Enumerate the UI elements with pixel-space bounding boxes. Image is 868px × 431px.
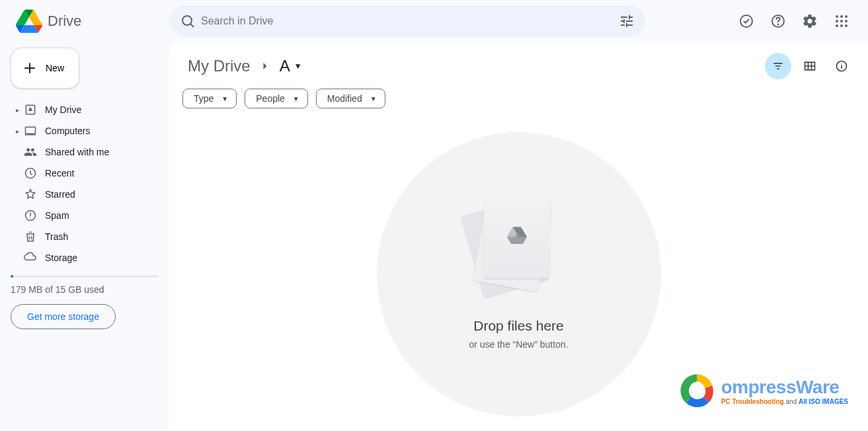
- info-button[interactable]: [828, 53, 855, 79]
- watermark-tagline: PC Troubleshooting and All ISO IMAGES: [721, 398, 848, 405]
- nav-spam[interactable]: Spam: [11, 205, 159, 226]
- drive-logo-icon: [16, 8, 42, 34]
- empty-subtitle: or use the “New” button.: [469, 339, 568, 350]
- svg-point-21: [841, 63, 842, 64]
- recent-icon: [24, 167, 37, 180]
- drive-grey-icon: [505, 224, 529, 248]
- settings-icon[interactable]: [797, 8, 823, 34]
- nav-label: Trash: [45, 231, 68, 242]
- nav-label: Starred: [45, 189, 75, 200]
- grid-view-button[interactable]: [797, 53, 823, 79]
- dropdown-icon: ▼: [370, 95, 377, 102]
- expand-icon[interactable]: ▸: [13, 128, 21, 135]
- empty-title: Drop files here: [473, 318, 564, 334]
- expand-icon[interactable]: ▸: [13, 106, 21, 114]
- nav-my-drive[interactable]: ▸ My Drive: [11, 99, 159, 120]
- empty-illustration: [476, 199, 562, 298]
- nav-label: Recent: [45, 168, 74, 178]
- new-button[interactable]: New: [11, 48, 79, 89]
- svg-point-4: [778, 24, 779, 25]
- nav-label: My Drive: [45, 104, 81, 115]
- svg-point-8: [836, 20, 838, 22]
- nav-shared[interactable]: Shared with me: [11, 141, 159, 163]
- search-bar[interactable]: [169, 5, 645, 37]
- my-drive-icon: [24, 103, 37, 116]
- watermark: ompressWare PC Troubleshooting and All I…: [676, 370, 848, 411]
- support-icon[interactable]: [765, 8, 791, 34]
- chevron-right-icon: [256, 59, 274, 73]
- storage-icon: [24, 251, 37, 264]
- filter-type-chip[interactable]: Type▼: [182, 89, 237, 108]
- svg-point-0: [182, 16, 192, 25]
- svg-point-18: [30, 217, 30, 218]
- nav-trash[interactable]: Trash: [11, 226, 159, 247]
- starred-icon: [24, 188, 37, 201]
- watermark-brand: ompressWare: [721, 377, 848, 398]
- filter-modified-chip[interactable]: Modified▼: [316, 89, 385, 108]
- nav-label: Shared with me: [45, 147, 109, 157]
- search-options-icon[interactable]: [613, 8, 640, 34]
- nav-recent[interactable]: Recent: [11, 163, 159, 184]
- trash-icon: [24, 230, 37, 243]
- spam-icon: [24, 209, 37, 222]
- svg-point-12: [840, 24, 843, 27]
- svg-point-10: [845, 20, 848, 22]
- storage-bar-fill: [11, 275, 13, 278]
- svg-point-9: [840, 20, 843, 22]
- plus-icon: [22, 60, 38, 76]
- breadcrumb-current[interactable]: A ▼: [274, 54, 307, 78]
- svg-point-7: [845, 15, 848, 18]
- breadcrumb: My Drive A ▼: [182, 50, 855, 82]
- app-name: Drive: [48, 13, 81, 30]
- breadcrumb-current-label: A: [280, 57, 290, 75]
- new-button-label: New: [46, 63, 64, 73]
- svg-line-1: [190, 24, 194, 27]
- svg-rect-15: [26, 127, 36, 134]
- storage-text: 179 MB of 15 GB used: [11, 284, 159, 295]
- apps-grid-icon[interactable]: [828, 8, 855, 34]
- dropdown-icon: ▼: [294, 61, 302, 71]
- nav-label: Spam: [45, 210, 69, 221]
- dropdown-icon: ▼: [221, 95, 228, 102]
- chip-label: Type: [194, 93, 214, 104]
- dropdown-icon: ▼: [293, 95, 299, 102]
- header: Drive: [0, 0, 868, 42]
- nav-list: ▸ My Drive ▸ Computers Shared with me Re…: [11, 99, 159, 268]
- ready-offline-icon[interactable]: [733, 8, 760, 34]
- empty-dropzone[interactable]: Drop files here or use the “New” button.: [377, 132, 661, 416]
- nav-starred[interactable]: Starred: [11, 184, 159, 205]
- logo-area[interactable]: Drive: [11, 8, 169, 34]
- svg-point-6: [840, 15, 843, 18]
- chip-label: Modified: [327, 93, 362, 104]
- storage-bar: [11, 275, 159, 278]
- filter-toggle-button[interactable]: [765, 53, 791, 79]
- svg-point-11: [836, 24, 838, 27]
- computers-icon: [24, 124, 37, 137]
- main-content: My Drive A ▼ Type▼: [169, 42, 868, 431]
- sidebar: New ▸ My Drive ▸ Computers Shared with m…: [0, 42, 169, 431]
- svg-point-5: [836, 15, 838, 18]
- header-actions: [733, 8, 857, 34]
- nav-storage[interactable]: Storage: [11, 247, 159, 268]
- nav-label: Storage: [45, 253, 77, 263]
- get-more-storage-button[interactable]: Get more storage: [11, 304, 116, 329]
- filter-people-chip[interactable]: People▼: [245, 89, 308, 108]
- nav-computers[interactable]: ▸ Computers: [11, 120, 159, 141]
- watermark-logo-icon: [676, 370, 717, 411]
- nav-label: Computers: [45, 126, 90, 136]
- shared-icon: [24, 145, 37, 159]
- svg-point-13: [845, 24, 848, 27]
- chip-label: People: [256, 93, 285, 104]
- breadcrumb-root[interactable]: My Drive: [182, 54, 256, 78]
- search-input[interactable]: [201, 15, 613, 27]
- search-icon[interactable]: [175, 8, 201, 34]
- filter-row: Type▼ People▼ Modified▼: [182, 82, 855, 119]
